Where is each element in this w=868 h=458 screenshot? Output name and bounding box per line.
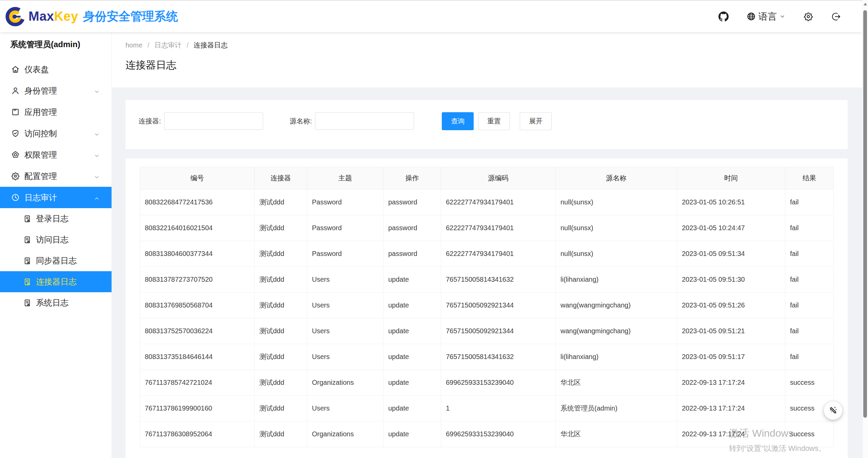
column-header: 主题 (307, 167, 383, 190)
scrollbar-up-arrow-icon[interactable] (864, 3, 867, 5)
table-header-row: 编号连接器主题操作源编码源名称时间结果 (140, 167, 834, 190)
table-cell: 1 (441, 396, 556, 421)
sidebar-item-label: 应用管理 (24, 107, 57, 118)
sidebar-item-identity[interactable]: 身份管理 (0, 80, 112, 101)
chevron-down-icon (779, 13, 786, 20)
table-row[interactable]: 808313735184646144测试dddUsersupdate765715… (140, 344, 834, 370)
permissions-icon (11, 150, 20, 159)
table-cell: 2022-09-13 17:17:24 (677, 421, 785, 447)
table-cell: 华北区 (556, 370, 677, 396)
sidebar-item-label: 权限管理 (24, 150, 57, 160)
table-cell: Users (307, 396, 383, 421)
table-row[interactable]: 808313787273707520测试dddUsersupdate765715… (140, 267, 834, 293)
table-cell: Users (307, 293, 383, 318)
table-cell: 808322164016021504 (140, 215, 255, 241)
table-cell: 2023-01-05 09:51:34 (677, 241, 785, 267)
table-cell: 2022-09-13 17:17:24 (677, 396, 785, 421)
page-scrollbar[interactable] (862, 0, 868, 458)
identity-icon (11, 86, 20, 95)
app-header: MaxKey 身份安全管理系统 语言 (0, 1, 862, 32)
search-button[interactable]: 查询 (442, 112, 474, 130)
table-panel: 编号连接器主题操作源编码源名称时间结果 808322684772417536测试… (125, 158, 848, 458)
sidebar-item-dashboard[interactable]: 仪表盘 (0, 59, 112, 80)
breadcrumb-home[interactable]: home (125, 41, 142, 49)
brand-max: Max (28, 9, 54, 23)
reset-button[interactable]: 重置 (478, 112, 510, 130)
table-cell: 622227747934179401 (441, 241, 556, 267)
source-name-filter-input[interactable] (315, 112, 414, 130)
chevron-down-icon (94, 87, 100, 94)
table-cell: 808313769850568704 (140, 293, 255, 318)
table-cell: update (383, 421, 441, 447)
table-cell: 2023-01-05 09:51:26 (677, 293, 785, 318)
table-cell: update (383, 370, 441, 396)
table-cell: 测试ddd (255, 267, 307, 293)
sidebar-item-label: 访问控制 (24, 128, 57, 139)
table-cell: update (383, 293, 441, 318)
sidebar-item-log-audit[interactable]: 日志审计 (0, 187, 112, 208)
table-cell: fail (785, 344, 834, 370)
table-cell: success (785, 370, 834, 396)
table-row[interactable]: 808313804600377344测试dddPasswordpassword6… (140, 241, 834, 267)
source-name-filter-label: 源名称: (290, 112, 312, 130)
breadcrumb-log-audit[interactable]: 日志审计 (155, 41, 182, 50)
column-header: 编号 (140, 167, 255, 190)
table-row[interactable]: 808322684772417536测试dddPasswordpassword6… (140, 190, 834, 215)
sidebar-subitem-login-log[interactable]: 登录日志 (0, 208, 112, 229)
table-cell: 765715005092921344 (441, 318, 556, 344)
table-cell: 测试ddd (255, 215, 307, 241)
sidebar-subitem-system-log[interactable]: 系统日志 (0, 292, 112, 313)
table-cell: update (383, 318, 441, 344)
table-cell: 808313804600377344 (140, 241, 255, 267)
sidebar-subitem-connector-log[interactable]: 连接器日志 (0, 271, 112, 292)
sidebar-item-config[interactable]: 配置管理 (0, 165, 112, 187)
header-actions: 语言 (718, 11, 862, 23)
table-cell: 765715005092921344 (441, 293, 556, 318)
language-menu[interactable]: 语言 (746, 11, 786, 23)
table-row[interactable]: 767113785742721024测试dddOrganizationsupda… (140, 370, 834, 396)
table-cell: Organizations (307, 421, 383, 447)
table-cell: 测试ddd (255, 241, 307, 267)
table-cell: 622227747934179401 (441, 215, 556, 241)
sidebar-item-apps[interactable]: 应用管理 (0, 101, 112, 123)
table-cell: fail (785, 215, 834, 241)
table-row[interactable]: 767113786308952064测试dddOrganizationsupda… (140, 421, 834, 447)
sidebar-item-access-control[interactable]: 访问控制 (0, 123, 112, 144)
breadcrumb-current: 连接器日志 (194, 41, 228, 50)
log-icon (23, 299, 32, 307)
table-row[interactable]: 808313752570036224测试dddUsersupdate765715… (140, 318, 834, 344)
language-label: 语言 (758, 11, 777, 23)
brand: MaxKey 身份安全管理系统 (0, 6, 178, 27)
github-icon[interactable] (718, 12, 729, 22)
sidebar-subitem-access-log[interactable]: 访问日志 (0, 229, 112, 250)
table-cell: 767113786199900160 (140, 396, 255, 421)
sidebar-item-permissions[interactable]: 权限管理 (0, 144, 112, 165)
table-row[interactable]: 767113786199900160测试dddUsersupdate1系统管理员… (140, 396, 834, 421)
table-cell: password (383, 215, 441, 241)
breadcrumb: home / 日志审计 / 连接器日志 (125, 41, 862, 50)
table-cell: wang(wangmingchang) (556, 293, 677, 318)
connector-filter-input[interactable] (164, 112, 263, 130)
magic-wand-floating-button[interactable] (824, 401, 842, 420)
table-cell: 测试ddd (255, 344, 307, 370)
table-cell: 765715005814341632 (441, 344, 556, 370)
table-cell: fail (785, 318, 834, 344)
table-row[interactable]: 808313769850568704测试dddUsersupdate765715… (140, 293, 834, 318)
settings-gear-icon[interactable] (803, 12, 813, 22)
table-cell: fail (785, 293, 834, 318)
sidebar-subitem-label: 同步器日志 (36, 255, 77, 266)
table-cell: 767113786308952064 (140, 421, 255, 447)
table-cell: fail (785, 190, 834, 215)
table-cell: 测试ddd (255, 421, 307, 447)
table-body: 808322684772417536测试dddPasswordpassword6… (140, 190, 834, 447)
sidebar-subitem-sync-log[interactable]: 同步器日志 (0, 250, 112, 271)
logout-icon[interactable] (831, 12, 841, 22)
column-header: 操作 (383, 167, 441, 190)
table-row[interactable]: 808322164016021504测试dddPasswordpassword6… (140, 215, 834, 241)
column-header: 源编码 (441, 167, 556, 190)
table-cell: 808313752570036224 (140, 318, 255, 344)
expand-button[interactable]: 展开 (520, 112, 552, 130)
log-icon (23, 257, 32, 265)
dashboard-icon (11, 65, 20, 74)
scrollbar-thumb[interactable] (863, 10, 867, 418)
